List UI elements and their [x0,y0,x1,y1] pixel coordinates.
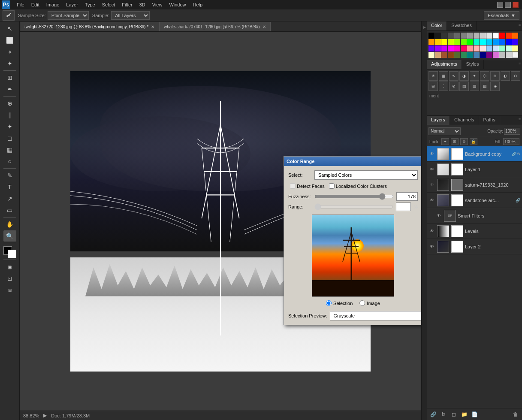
swatch[interactable] [435,33,441,39]
swatch[interactable] [474,39,480,45]
swatch[interactable] [435,45,441,51]
lock-pixels-btn[interactable]: ✦ [441,138,449,145]
swatch[interactable] [428,33,434,39]
adj-color-lookup[interactable]: ⋮ [439,82,448,91]
swatch[interactable] [448,45,454,51]
shape-tool[interactable]: ▭ [3,205,16,216]
window-maximize-btn[interactable] [505,2,511,8]
swatch[interactable] [506,52,512,58]
menu-type[interactable]: Type [82,1,98,8]
swatch[interactable] [461,39,467,45]
fill-input[interactable] [503,138,519,145]
sample-size-select[interactable]: Point Sample [48,11,89,20]
adjustments-menu-btn[interactable]: ≡ [517,60,522,69]
swatch[interactable] [486,33,492,39]
new-layer-btn[interactable]: 📄 [470,410,479,419]
menu-layer[interactable]: Layer [63,1,81,8]
adj-exposure[interactable]: ◑ [459,71,469,81]
sample-select[interactable]: All Layers [111,11,150,20]
frame-btn[interactable]: ⊞ [3,284,16,296]
swatch[interactable] [454,52,460,58]
swatch[interactable] [486,45,492,51]
swatches-menu-btn[interactable]: ≡ [517,21,522,30]
eyedropper-tool-icon[interactable] [3,10,15,21]
swatch[interactable] [512,33,518,39]
tab-twilight[interactable]: twilight-532720_1280.jpg @ 88.8% (Backgr… [20,22,159,31]
swatch[interactable] [474,52,480,58]
swatch[interactable] [454,33,460,39]
menu-select[interactable]: Select [99,1,118,8]
swatch[interactable] [428,45,434,51]
swatch[interactable] [493,39,499,45]
menu-view[interactable]: View [149,1,166,8]
range-input[interactable] [396,202,411,211]
gradient-tool[interactable]: ▦ [3,144,16,155]
adj-color-balance[interactable]: ⊕ [490,71,500,81]
menu-edit[interactable]: Edit [28,1,42,8]
swatch[interactable] [467,39,473,45]
adj-channel-mixer[interactable]: ⊞ [428,82,438,91]
background-color[interactable] [8,250,16,258]
swatch[interactable] [441,39,447,45]
swatch[interactable] [486,39,492,45]
blend-mode-select[interactable]: Normal [428,127,461,135]
clone-stamp[interactable]: ✦ [3,121,16,132]
window-minimize-btn[interactable] [497,2,503,8]
layer-item-2[interactable]: 👁 Layer 2 [427,239,522,254]
swatch[interactable] [499,39,505,45]
menu-file[interactable]: File [14,1,27,8]
path-select[interactable]: ↗ [3,193,16,204]
adjustments-tab[interactable]: Adjustments [427,60,462,69]
selection-preview-select[interactable]: Grayscale None Black Matte White Matte Q… [330,311,422,320]
swatch[interactable] [480,45,486,51]
new-group-btn[interactable]: 📁 [459,410,469,419]
swatch[interactable] [486,52,492,58]
paths-tab[interactable]: Paths [479,116,500,125]
layer-eye-saturn[interactable]: 👁 [428,181,435,188]
menu-3d[interactable]: 3D [136,1,148,8]
swatch[interactable] [448,39,454,45]
layer-eye-sandstone[interactable]: 👁 [428,197,435,204]
localized-checkbox[interactable] [329,183,335,189]
layer-eye-2[interactable]: 👁 [428,243,435,250]
layer-eye-bg-copy[interactable]: 👁 [428,151,435,157]
zoom-tool[interactable]: 🔍 [3,230,16,242]
lock-image-btn[interactable]: ⊞ [451,138,459,145]
swatch[interactable] [448,33,454,39]
delete-layer-btn[interactable]: 🗑 [511,410,520,419]
adj-bw[interactable]: ◐ [501,71,510,81]
swatch[interactable] [448,52,454,58]
styles-tab[interactable]: Styles [462,60,484,69]
swatch[interactable] [512,45,518,51]
swatch[interactable] [441,52,447,58]
swatch[interactable] [480,33,486,39]
add-effect-btn[interactable]: fx [439,410,448,419]
swatch[interactable] [467,45,473,51]
crop-tool[interactable]: ⊞ [3,72,16,83]
adj-invert[interactable]: ⊘ [449,82,459,91]
swatch[interactable] [461,33,467,39]
swatch[interactable] [493,45,499,51]
swatch[interactable] [461,52,467,58]
swatches-tab[interactable]: Swatches [447,21,477,30]
swatch[interactable] [454,45,460,51]
magic-wand[interactable]: ✦ [3,58,16,69]
swatch[interactable] [493,33,499,39]
hand-tool[interactable]: ✋ [3,219,16,230]
adj-posterize[interactable]: ▤ [459,82,469,91]
fuzziness-slider[interactable] [314,193,394,200]
adj-brightness[interactable]: ☀ [428,71,438,81]
opacity-input[interactable] [504,128,520,135]
layer-eye-1[interactable]: 👁 [428,166,435,173]
dodge-tool[interactable]: ○ [3,156,16,167]
essentials-btn[interactable]: Essentials ▼ [484,11,519,20]
add-mask-btn[interactable]: ◻ [449,410,459,419]
swatch[interactable] [474,45,480,51]
brush-tool[interactable]: ∥ [3,109,16,121]
adj-selective-color[interactable]: ◈ [490,82,500,91]
link-layers-btn[interactable]: 🔗 [428,410,438,419]
swatch[interactable] [506,45,512,51]
swatch[interactable] [499,52,505,58]
layer-item-1[interactable]: 👁 Layer 1 [427,162,522,177]
layer-item-bg-copy[interactable]: 👁 Background copy 🔗 fx [427,146,522,162]
